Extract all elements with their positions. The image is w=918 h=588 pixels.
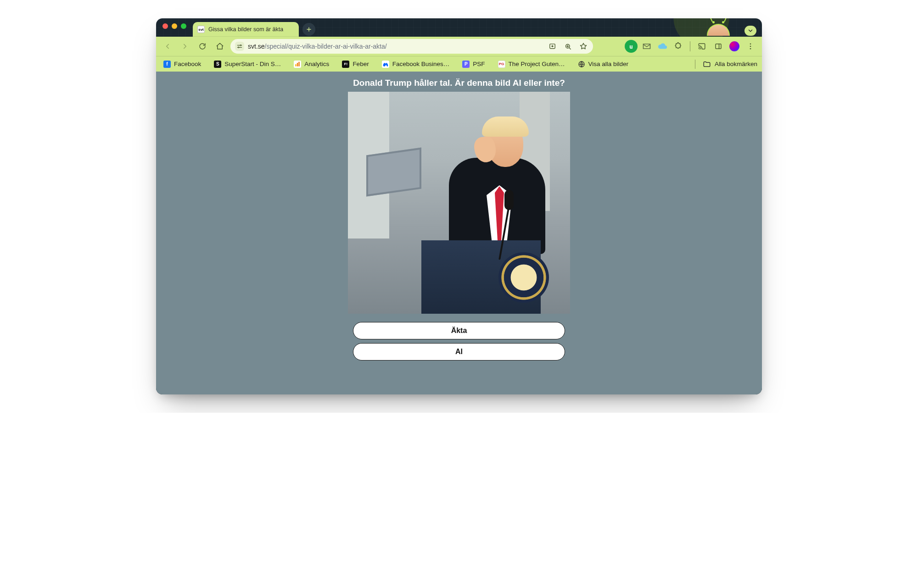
bookmark-visa-alla[interactable]: Visa alla bilder <box>575 59 632 70</box>
chrome-menu-button[interactable] <box>744 39 757 53</box>
profile-avatar[interactable] <box>728 40 741 53</box>
url-path: /special/quiz-vilka-bilder-ar-ai-vilka-a… <box>265 43 387 50</box>
gutenberg-icon: PG <box>498 61 505 68</box>
url-host: svt.se <box>248 43 265 50</box>
all-bookmarks-button[interactable]: Alla bokmärken <box>703 60 757 68</box>
tab-strip: svt Gissa vilka bilder som är äkta <box>156 18 762 37</box>
star-icon <box>579 42 588 50</box>
psf-icon: P <box>462 61 470 68</box>
bookmark-label: Feber <box>353 61 369 67</box>
close-icon <box>288 27 293 32</box>
quiz-column: Donald Trump håller tal. Är denna bild A… <box>348 72 570 361</box>
bookmark-star-button[interactable] <box>577 40 589 52</box>
back-icon <box>163 42 172 50</box>
bookmark-label: The Project Guten… <box>509 61 565 67</box>
url-text: svt.se/special/quiz-vilka-bilder-ar-ai-v… <box>248 43 543 50</box>
bookmark-label: PSF <box>473 61 485 67</box>
quiz-image <box>348 92 570 314</box>
svg-point-7 <box>750 48 751 50</box>
option-ai-button[interactable]: AI <box>353 343 565 361</box>
new-tab-button[interactable] <box>302 23 315 36</box>
all-bookmarks-label: Alla bokmärken <box>715 61 757 67</box>
quiz-question: Donald Trump håller tal. Är denna bild A… <box>350 72 568 92</box>
bookmark-feber[interactable]: F! Feber <box>339 59 371 70</box>
tab-title: Gissa vilka bilder som är äkta <box>208 26 283 33</box>
omnibox[interactable]: svt.se/special/quiz-vilka-bilder-ar-ai-v… <box>230 39 593 54</box>
page-viewport[interactable]: Donald Trump håller tal. Är denna bild A… <box>156 72 762 394</box>
tab-active[interactable]: svt Gissa vilka bilder som är äkta <box>193 22 299 37</box>
zoom-icon <box>564 43 572 50</box>
analytics-icon <box>294 61 301 68</box>
zoom-window-button[interactable] <box>181 23 186 29</box>
tab-favicon: svt <box>197 26 205 33</box>
svg-rect-4 <box>716 44 721 49</box>
extension-ublock[interactable]: u <box>625 40 638 53</box>
svg-point-0 <box>240 45 241 46</box>
site-settings-button[interactable] <box>235 42 244 51</box>
menu-icon <box>746 42 755 50</box>
folder-icon <box>703 60 711 68</box>
bookmarks-bar: f Facebook S SuperStart - Din S… Analyti… <box>156 56 762 72</box>
svg-point-5 <box>750 43 751 44</box>
bookmark-label: Facebook Busines… <box>392 61 450 67</box>
bookmark-analytics[interactable]: Analytics <box>291 59 332 70</box>
svg-rect-9 <box>297 63 298 67</box>
cast-button[interactable] <box>695 39 709 53</box>
install-icon <box>549 43 556 50</box>
svg-point-1 <box>238 47 239 48</box>
svg-rect-10 <box>299 61 300 66</box>
plus-icon <box>306 26 312 33</box>
window-controls <box>162 18 189 37</box>
feber-icon: F! <box>342 61 349 68</box>
superstart-icon: S <box>214 61 221 68</box>
chevron-down-icon <box>747 28 754 34</box>
install-app-button[interactable] <box>546 40 558 52</box>
svg-point-6 <box>750 46 751 47</box>
bookmark-fb-business[interactable]: Facebook Busines… <box>379 59 453 70</box>
bookmark-psf[interactable]: P PSF <box>459 59 487 70</box>
forward-button[interactable] <box>178 39 192 53</box>
tab-list-button[interactable] <box>744 26 756 36</box>
divider <box>695 60 695 69</box>
bookmark-label: Visa alla bilder <box>588 61 629 67</box>
close-tab-button[interactable] <box>287 26 294 33</box>
avatar-icon <box>729 41 739 51</box>
divider <box>690 41 690 51</box>
extension-cloud[interactable] <box>656 40 669 53</box>
cloud-icon <box>657 41 667 51</box>
minimize-window-button[interactable] <box>172 23 177 29</box>
reload-button[interactable] <box>196 39 209 53</box>
bookmark-facebook[interactable]: f Facebook <box>161 59 204 70</box>
mail-icon <box>642 42 651 51</box>
bookmark-label: Facebook <box>174 61 201 67</box>
bookmark-superstart[interactable]: S SuperStart - Din S… <box>211 59 284 70</box>
forward-icon <box>181 42 189 50</box>
back-button[interactable] <box>161 39 174 53</box>
browser-window: svt Gissa vilka bilder som är äkta svt.s… <box>156 18 762 394</box>
zoom-button[interactable] <box>562 40 574 52</box>
facebook-icon: f <box>163 61 171 68</box>
toolbar: svt.se/special/quiz-vilka-bilder-ar-ai-v… <box>156 37 762 56</box>
option-real-button[interactable]: Äkta <box>353 322 565 339</box>
home-button[interactable] <box>213 39 227 53</box>
reload-icon <box>198 42 207 50</box>
cast-icon <box>698 42 706 50</box>
bookmark-gutenberg[interactable]: PG The Project Guten… <box>495 59 568 70</box>
tune-icon <box>236 43 243 50</box>
meta-icon <box>382 61 389 68</box>
u-plus-icon: u <box>629 43 633 50</box>
sidepanel-icon <box>714 42 722 50</box>
globe-icon <box>578 61 585 68</box>
sidepanel-button[interactable] <box>711 39 725 53</box>
close-window-button[interactable] <box>162 23 168 29</box>
bookmark-label: SuperStart - Din S… <box>224 61 281 67</box>
extensions-button[interactable] <box>672 39 685 53</box>
quiz-options: Äkta AI <box>353 322 565 361</box>
svg-rect-8 <box>296 64 297 67</box>
puzzle-icon <box>674 42 683 50</box>
bookmark-label: Analytics <box>304 61 329 67</box>
extension-mail[interactable] <box>640 40 653 53</box>
home-icon <box>216 42 224 50</box>
